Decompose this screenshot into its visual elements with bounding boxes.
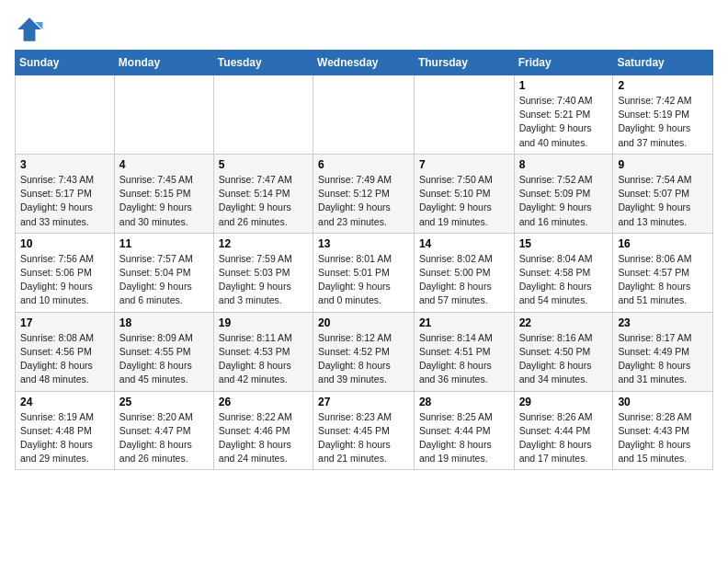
day-info: Sunrise: 8:08 AM Sunset: 4:56 PM Dayligh… bbox=[20, 331, 109, 387]
day-number: 7 bbox=[419, 158, 509, 171]
weekday-header: Thursday bbox=[414, 51, 514, 75]
day-info: Sunrise: 8:17 AM Sunset: 4:49 PM Dayligh… bbox=[618, 331, 708, 387]
calendar-cell: 28Sunrise: 8:25 AM Sunset: 4:44 PM Dayli… bbox=[414, 391, 514, 470]
day-info: Sunrise: 8:25 AM Sunset: 4:44 PM Dayligh… bbox=[419, 410, 509, 466]
day-info: Sunrise: 8:26 AM Sunset: 4:44 PM Dayligh… bbox=[519, 410, 609, 466]
day-number: 9 bbox=[618, 158, 708, 171]
calendar-cell: 5Sunrise: 7:47 AM Sunset: 5:14 PM Daylig… bbox=[213, 154, 313, 233]
day-info: Sunrise: 7:59 AM Sunset: 5:03 PM Dayligh… bbox=[219, 252, 308, 308]
day-info: Sunrise: 7:50 AM Sunset: 5:10 PM Dayligh… bbox=[419, 173, 509, 229]
calendar-cell: 3Sunrise: 7:43 AM Sunset: 5:17 PM Daylig… bbox=[16, 154, 115, 233]
calendar-cell: 20Sunrise: 8:12 AM Sunset: 4:52 PM Dayli… bbox=[313, 312, 415, 391]
calendar-week-row: 24Sunrise: 8:19 AM Sunset: 4:48 PM Dayli… bbox=[16, 391, 713, 470]
day-info: Sunrise: 7:47 AM Sunset: 5:14 PM Dayligh… bbox=[219, 173, 308, 229]
day-info: Sunrise: 7:52 AM Sunset: 5:09 PM Dayligh… bbox=[519, 173, 609, 229]
calendar-cell: 6Sunrise: 7:49 AM Sunset: 5:12 PM Daylig… bbox=[313, 154, 415, 233]
day-info: Sunrise: 8:22 AM Sunset: 4:46 PM Dayligh… bbox=[219, 410, 308, 466]
calendar-header-row: SundayMondayTuesdayWednesdayThursdayFrid… bbox=[16, 51, 713, 75]
calendar-cell: 19Sunrise: 8:11 AM Sunset: 4:53 PM Dayli… bbox=[213, 312, 313, 391]
calendar-cell: 23Sunrise: 8:17 AM Sunset: 4:49 PM Dayli… bbox=[613, 312, 713, 391]
weekday-header: Wednesday bbox=[313, 51, 415, 75]
calendar-cell: 17Sunrise: 8:08 AM Sunset: 4:56 PM Dayli… bbox=[16, 312, 115, 391]
day-number: 29 bbox=[519, 396, 609, 408]
day-number: 14 bbox=[419, 237, 509, 250]
calendar-cell bbox=[16, 75, 115, 155]
day-number: 25 bbox=[119, 396, 209, 408]
day-info: Sunrise: 8:06 AM Sunset: 4:57 PM Dayligh… bbox=[618, 252, 708, 308]
day-number: 16 bbox=[618, 237, 708, 250]
weekday-header: Tuesday bbox=[213, 51, 313, 75]
day-number: 3 bbox=[20, 158, 109, 171]
day-number: 23 bbox=[618, 316, 708, 329]
calendar-cell: 30Sunrise: 8:28 AM Sunset: 4:43 PM Dayli… bbox=[613, 391, 713, 470]
calendar-cell bbox=[114, 75, 213, 155]
calendar-week-row: 17Sunrise: 8:08 AM Sunset: 4:56 PM Dayli… bbox=[16, 312, 713, 391]
day-number: 28 bbox=[419, 396, 509, 408]
day-number: 22 bbox=[519, 316, 609, 329]
day-info: Sunrise: 7:40 AM Sunset: 5:21 PM Dayligh… bbox=[519, 94, 609, 150]
day-info: Sunrise: 7:45 AM Sunset: 5:15 PM Dayligh… bbox=[119, 173, 209, 229]
day-number: 19 bbox=[219, 316, 308, 329]
day-info: Sunrise: 7:42 AM Sunset: 5:19 PM Dayligh… bbox=[618, 94, 708, 150]
calendar-table: SundayMondayTuesdayWednesdayThursdayFrid… bbox=[15, 50, 713, 470]
calendar-cell: 2Sunrise: 7:42 AM Sunset: 5:19 PM Daylig… bbox=[613, 75, 713, 155]
day-number: 13 bbox=[318, 237, 409, 250]
calendar-cell bbox=[313, 75, 415, 155]
calendar-cell: 1Sunrise: 7:40 AM Sunset: 5:21 PM Daylig… bbox=[514, 75, 613, 155]
calendar-cell: 8Sunrise: 7:52 AM Sunset: 5:09 PM Daylig… bbox=[514, 154, 613, 233]
day-number: 6 bbox=[318, 158, 409, 171]
day-info: Sunrise: 7:57 AM Sunset: 5:04 PM Dayligh… bbox=[119, 252, 209, 308]
day-number: 18 bbox=[119, 316, 209, 329]
calendar-cell: 27Sunrise: 8:23 AM Sunset: 4:45 PM Dayli… bbox=[313, 391, 415, 470]
day-info: Sunrise: 8:04 AM Sunset: 4:58 PM Dayligh… bbox=[519, 252, 609, 308]
day-info: Sunrise: 7:56 AM Sunset: 5:06 PM Dayligh… bbox=[20, 252, 109, 308]
calendar-cell bbox=[213, 75, 313, 155]
calendar-week-row: 10Sunrise: 7:56 AM Sunset: 5:06 PM Dayli… bbox=[16, 233, 713, 312]
day-number: 24 bbox=[20, 396, 109, 408]
day-info: Sunrise: 7:54 AM Sunset: 5:07 PM Dayligh… bbox=[618, 173, 708, 229]
day-info: Sunrise: 8:23 AM Sunset: 4:45 PM Dayligh… bbox=[318, 410, 409, 466]
day-info: Sunrise: 7:49 AM Sunset: 5:12 PM Dayligh… bbox=[318, 173, 409, 229]
day-number: 21 bbox=[419, 316, 509, 329]
day-number: 26 bbox=[219, 396, 308, 408]
day-number: 10 bbox=[20, 237, 109, 250]
calendar-cell: 22Sunrise: 8:16 AM Sunset: 4:50 PM Dayli… bbox=[514, 312, 613, 391]
header bbox=[15, 15, 713, 44]
page: SundayMondayTuesdayWednesdayThursdayFrid… bbox=[0, 0, 728, 479]
day-info: Sunrise: 7:43 AM Sunset: 5:17 PM Dayligh… bbox=[20, 173, 109, 229]
svg-marker-0 bbox=[17, 17, 41, 41]
day-number: 2 bbox=[618, 79, 708, 92]
calendar-cell bbox=[414, 75, 514, 155]
calendar-week-row: 3Sunrise: 7:43 AM Sunset: 5:17 PM Daylig… bbox=[16, 154, 713, 233]
day-number: 27 bbox=[318, 396, 409, 408]
calendar-cell: 16Sunrise: 8:06 AM Sunset: 4:57 PM Dayli… bbox=[613, 233, 713, 312]
day-info: Sunrise: 8:19 AM Sunset: 4:48 PM Dayligh… bbox=[20, 410, 109, 466]
weekday-header: Sunday bbox=[16, 51, 115, 75]
calendar-cell: 24Sunrise: 8:19 AM Sunset: 4:48 PM Dayli… bbox=[16, 391, 115, 470]
calendar-cell: 26Sunrise: 8:22 AM Sunset: 4:46 PM Dayli… bbox=[213, 391, 313, 470]
calendar-cell: 29Sunrise: 8:26 AM Sunset: 4:44 PM Dayli… bbox=[514, 391, 613, 470]
day-number: 4 bbox=[119, 158, 209, 171]
day-info: Sunrise: 8:12 AM Sunset: 4:52 PM Dayligh… bbox=[318, 331, 409, 387]
weekday-header: Monday bbox=[114, 51, 213, 75]
calendar-cell: 4Sunrise: 7:45 AM Sunset: 5:15 PM Daylig… bbox=[114, 154, 213, 233]
calendar-cell: 25Sunrise: 8:20 AM Sunset: 4:47 PM Dayli… bbox=[114, 391, 213, 470]
day-info: Sunrise: 8:01 AM Sunset: 5:01 PM Dayligh… bbox=[318, 252, 409, 308]
day-info: Sunrise: 8:14 AM Sunset: 4:51 PM Dayligh… bbox=[419, 331, 509, 387]
day-info: Sunrise: 8:20 AM Sunset: 4:47 PM Dayligh… bbox=[119, 410, 209, 466]
day-number: 30 bbox=[618, 396, 708, 408]
day-info: Sunrise: 8:09 AM Sunset: 4:55 PM Dayligh… bbox=[119, 331, 209, 387]
calendar-cell: 9Sunrise: 7:54 AM Sunset: 5:07 PM Daylig… bbox=[613, 154, 713, 233]
day-number: 15 bbox=[519, 237, 609, 250]
calendar-cell: 7Sunrise: 7:50 AM Sunset: 5:10 PM Daylig… bbox=[414, 154, 514, 233]
day-info: Sunrise: 8:16 AM Sunset: 4:50 PM Dayligh… bbox=[519, 331, 609, 387]
weekday-header: Friday bbox=[514, 51, 613, 75]
day-number: 11 bbox=[119, 237, 209, 250]
day-info: Sunrise: 8:28 AM Sunset: 4:43 PM Dayligh… bbox=[618, 410, 708, 466]
calendar-cell: 21Sunrise: 8:14 AM Sunset: 4:51 PM Dayli… bbox=[414, 312, 514, 391]
calendar-cell: 11Sunrise: 7:57 AM Sunset: 5:04 PM Dayli… bbox=[114, 233, 213, 312]
weekday-header: Saturday bbox=[613, 51, 713, 75]
day-number: 5 bbox=[219, 158, 308, 171]
day-number: 1 bbox=[519, 79, 609, 92]
logo-icon bbox=[15, 15, 44, 44]
